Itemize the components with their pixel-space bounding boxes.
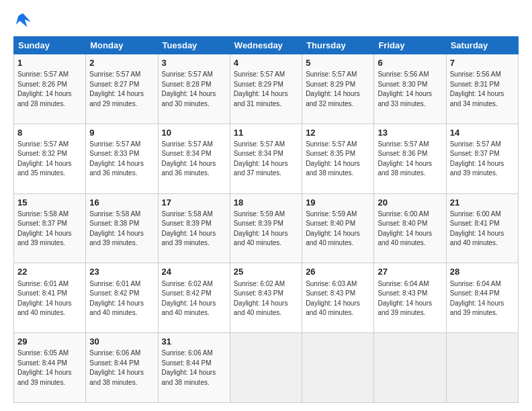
calendar-day-cell: 12Sunrise: 5:57 AMSunset: 8:35 PMDayligh…	[302, 124, 374, 193]
calendar-day-cell: 30Sunrise: 6:06 AMSunset: 8:44 PMDayligh…	[86, 333, 158, 403]
day-number: 18	[234, 197, 298, 209]
calendar-day-cell: 31Sunrise: 6:06 AMSunset: 8:44 PMDayligh…	[158, 333, 230, 403]
day-details: Sunrise: 5:56 AMSunset: 8:30 PMDaylight:…	[378, 70, 442, 109]
day-details: Sunrise: 5:57 AMSunset: 8:29 PMDaylight:…	[234, 70, 298, 109]
day-number: 11	[234, 127, 298, 139]
day-details: Sunrise: 6:01 AMSunset: 8:42 PMDaylight:…	[89, 279, 154, 318]
day-details: Sunrise: 5:57 AMSunset: 8:35 PMDaylight:…	[306, 140, 370, 179]
day-number: 31	[162, 336, 226, 348]
calendar-day-cell: 26Sunrise: 6:03 AMSunset: 8:43 PMDayligh…	[302, 263, 374, 333]
calendar-day-cell: 6Sunrise: 5:56 AMSunset: 8:30 PMDaylight…	[374, 54, 446, 124]
day-details: Sunrise: 5:59 AMSunset: 8:40 PMDaylight:…	[306, 210, 370, 248]
calendar-table: SundayMondayTuesdayWednesdayThursdayFrid…	[13, 36, 519, 403]
day-number: 13	[378, 127, 442, 139]
day-number: 19	[306, 197, 370, 209]
calendar-day-header: Saturday	[446, 37, 518, 54]
day-number: 15	[17, 197, 82, 209]
day-number: 23	[89, 266, 154, 278]
calendar-day-cell: 7Sunrise: 5:56 AMSunset: 8:31 PMDaylight…	[446, 54, 518, 124]
calendar-day-cell: 25Sunrise: 6:02 AMSunset: 8:43 PMDayligh…	[230, 263, 302, 333]
day-details: Sunrise: 5:58 AMSunset: 8:39 PMDaylight:…	[162, 210, 226, 248]
day-details: Sunrise: 6:06 AMSunset: 8:44 PMDaylight:…	[162, 349, 226, 387]
calendar-day-cell	[302, 333, 374, 403]
calendar-day-cell: 18Sunrise: 5:59 AMSunset: 8:39 PMDayligh…	[230, 193, 302, 263]
svg-marker-0	[16, 13, 31, 28]
day-details: Sunrise: 6:00 AMSunset: 8:40 PMDaylight:…	[378, 210, 442, 248]
calendar-day-header: Tuesday	[158, 37, 230, 54]
day-details: Sunrise: 5:58 AMSunset: 8:38 PMDaylight:…	[89, 210, 154, 248]
day-number: 17	[162, 197, 226, 209]
calendar-day-cell: 21Sunrise: 6:00 AMSunset: 8:41 PMDayligh…	[446, 193, 518, 263]
day-details: Sunrise: 5:57 AMSunset: 8:34 PMDaylight:…	[162, 140, 226, 179]
calendar-day-cell: 2Sunrise: 5:57 AMSunset: 8:27 PMDaylight…	[86, 54, 158, 124]
day-details: Sunrise: 5:57 AMSunset: 8:34 PMDaylight:…	[234, 140, 298, 179]
day-number: 25	[234, 266, 298, 278]
logo	[13, 11, 35, 30]
calendar-day-cell: 9Sunrise: 5:57 AMSunset: 8:33 PMDaylight…	[86, 124, 158, 193]
day-details: Sunrise: 6:03 AMSunset: 8:43 PMDaylight:…	[306, 279, 370, 318]
day-number: 10	[162, 127, 226, 139]
calendar-day-cell: 11Sunrise: 5:57 AMSunset: 8:34 PMDayligh…	[230, 124, 302, 193]
calendar-day-header: Thursday	[302, 37, 374, 54]
day-number: 4	[234, 57, 298, 69]
header	[13, 11, 519, 30]
day-number: 3	[162, 57, 226, 69]
calendar-day-cell	[230, 333, 302, 403]
page: SundayMondayTuesdayWednesdayThursdayFrid…	[0, 0, 532, 411]
day-details: Sunrise: 5:57 AMSunset: 8:26 PMDaylight:…	[17, 70, 82, 109]
calendar-day-cell: 27Sunrise: 6:04 AMSunset: 8:43 PMDayligh…	[374, 263, 446, 333]
day-details: Sunrise: 5:56 AMSunset: 8:31 PMDaylight:…	[450, 70, 515, 109]
calendar-week-row: 22Sunrise: 6:01 AMSunset: 8:41 PMDayligh…	[14, 263, 519, 333]
calendar-header-row: SundayMondayTuesdayWednesdayThursdayFrid…	[14, 37, 519, 54]
day-details: Sunrise: 5:57 AMSunset: 8:27 PMDaylight:…	[89, 70, 154, 109]
day-number: 16	[89, 197, 154, 209]
day-number: 21	[450, 197, 515, 209]
day-number: 7	[450, 57, 515, 69]
day-number: 24	[162, 266, 226, 278]
calendar-day-cell: 24Sunrise: 6:02 AMSunset: 8:42 PMDayligh…	[158, 263, 230, 333]
calendar-day-cell: 10Sunrise: 5:57 AMSunset: 8:34 PMDayligh…	[158, 124, 230, 193]
calendar-day-cell: 5Sunrise: 5:57 AMSunset: 8:29 PMDaylight…	[302, 54, 374, 124]
calendar-day-cell: 14Sunrise: 5:57 AMSunset: 8:37 PMDayligh…	[446, 124, 518, 193]
calendar-day-cell: 16Sunrise: 5:58 AMSunset: 8:38 PMDayligh…	[86, 193, 158, 263]
calendar-week-row: 8Sunrise: 5:57 AMSunset: 8:32 PMDaylight…	[14, 124, 519, 193]
calendar-day-cell: 22Sunrise: 6:01 AMSunset: 8:41 PMDayligh…	[14, 263, 86, 333]
calendar-day-cell	[374, 333, 446, 403]
day-details: Sunrise: 6:02 AMSunset: 8:42 PMDaylight:…	[162, 279, 226, 318]
day-details: Sunrise: 5:57 AMSunset: 8:32 PMDaylight:…	[17, 140, 82, 179]
day-details: Sunrise: 5:57 AMSunset: 8:29 PMDaylight:…	[306, 70, 370, 109]
day-details: Sunrise: 6:01 AMSunset: 8:41 PMDaylight:…	[17, 279, 82, 318]
calendar-body: 1Sunrise: 5:57 AMSunset: 8:26 PMDaylight…	[14, 54, 519, 403]
calendar-day-header: Sunday	[14, 37, 86, 54]
day-details: Sunrise: 5:57 AMSunset: 8:36 PMDaylight:…	[378, 140, 442, 179]
calendar-day-cell: 8Sunrise: 5:57 AMSunset: 8:32 PMDaylight…	[14, 124, 86, 193]
day-details: Sunrise: 6:04 AMSunset: 8:43 PMDaylight:…	[378, 279, 442, 318]
calendar-week-row: 29Sunrise: 6:05 AMSunset: 8:44 PMDayligh…	[14, 333, 519, 403]
calendar-day-cell: 20Sunrise: 6:00 AMSunset: 8:40 PMDayligh…	[374, 193, 446, 263]
day-number: 9	[89, 127, 154, 139]
day-number: 26	[306, 266, 370, 278]
day-number: 1	[17, 57, 82, 69]
calendar-day-header: Wednesday	[230, 37, 302, 54]
day-number: 5	[306, 57, 370, 69]
day-details: Sunrise: 6:06 AMSunset: 8:44 PMDaylight:…	[89, 349, 154, 387]
calendar-day-header: Monday	[86, 37, 158, 54]
calendar-day-cell: 19Sunrise: 5:59 AMSunset: 8:40 PMDayligh…	[302, 193, 374, 263]
day-details: Sunrise: 6:00 AMSunset: 8:41 PMDaylight:…	[450, 210, 515, 248]
day-number: 14	[450, 127, 515, 139]
day-details: Sunrise: 5:57 AMSunset: 8:33 PMDaylight:…	[89, 140, 154, 179]
day-number: 29	[17, 336, 82, 348]
calendar-day-cell: 17Sunrise: 5:58 AMSunset: 8:39 PMDayligh…	[158, 193, 230, 263]
logo-icon	[13, 11, 32, 30]
calendar-day-cell: 3Sunrise: 5:57 AMSunset: 8:28 PMDaylight…	[158, 54, 230, 124]
calendar-day-cell: 13Sunrise: 5:57 AMSunset: 8:36 PMDayligh…	[374, 124, 446, 193]
calendar-day-cell: 23Sunrise: 6:01 AMSunset: 8:42 PMDayligh…	[86, 263, 158, 333]
day-details: Sunrise: 6:02 AMSunset: 8:43 PMDaylight:…	[234, 279, 298, 318]
calendar-day-cell: 4Sunrise: 5:57 AMSunset: 8:29 PMDaylight…	[230, 54, 302, 124]
calendar-day-cell: 28Sunrise: 6:04 AMSunset: 8:44 PMDayligh…	[446, 263, 518, 333]
calendar-day-cell: 29Sunrise: 6:05 AMSunset: 8:44 PMDayligh…	[14, 333, 86, 403]
calendar-week-row: 15Sunrise: 5:58 AMSunset: 8:37 PMDayligh…	[14, 193, 519, 263]
day-number: 27	[378, 266, 442, 278]
calendar-day-cell: 15Sunrise: 5:58 AMSunset: 8:37 PMDayligh…	[14, 193, 86, 263]
day-details: Sunrise: 5:57 AMSunset: 8:37 PMDaylight:…	[450, 140, 515, 179]
